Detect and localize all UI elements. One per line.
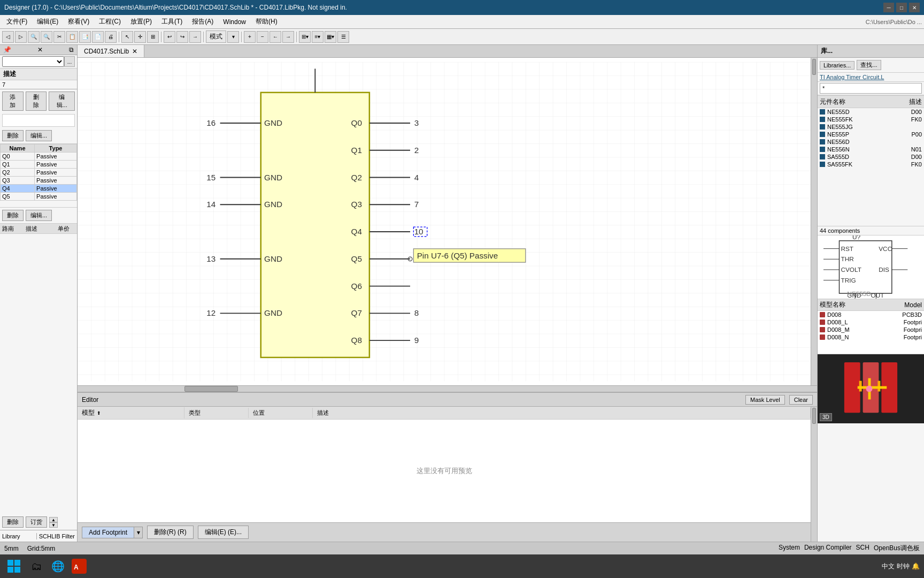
toolbar-select[interactable]: ↖ xyxy=(121,31,133,43)
menu-view[interactable]: 察看(V) xyxy=(64,16,94,27)
toolbar-btn-3[interactable]: 🔍 xyxy=(28,31,40,43)
toolbar-mode-arrow[interactable]: ▾ xyxy=(227,31,239,43)
toolbar-btn-9[interactable]: 🖨 xyxy=(105,31,117,43)
model-list-item[interactable]: D008PCB3D xyxy=(818,311,924,318)
libraries-btn[interactable]: Libraries... xyxy=(820,61,854,70)
edit-button-3[interactable]: 编辑... xyxy=(26,210,52,221)
start-button[interactable] xyxy=(4,557,24,576)
toolbar-grid[interactable]: ▦▾ xyxy=(325,31,336,43)
toolbar-arrow-r[interactable]: → xyxy=(282,31,294,43)
toolbar-btn-7[interactable]: 📑 xyxy=(79,31,91,43)
schematic-canvas[interactable]: GND 16 GND 15 GND 14 GND 13 xyxy=(78,58,811,385)
panel-close-icon[interactable]: ✕ xyxy=(37,46,43,54)
add-button[interactable]: 添加 xyxy=(2,92,24,111)
toolbar-btn-10[interactable]: ⊞ xyxy=(147,31,159,43)
toolbar-cross[interactable]: ✛ xyxy=(134,31,146,43)
menu-help[interactable]: 帮助(H) xyxy=(251,16,282,27)
menu-report[interactable]: 报告(A) xyxy=(188,16,218,27)
schematic-vscroll[interactable] xyxy=(811,58,817,385)
component-list-item[interactable]: SA555FKFK0 xyxy=(818,161,924,168)
toolbar-misc[interactable]: ☰ xyxy=(337,31,349,43)
browser-icon[interactable]: 🌐 xyxy=(49,558,66,575)
spinner-down[interactable]: ▼ xyxy=(49,522,58,528)
component-list-item[interactable]: NE555FKFK0 xyxy=(818,116,924,123)
component-list-item[interactable]: SA555DD00 xyxy=(818,153,924,161)
toolbar-fwd[interactable]: → xyxy=(189,31,201,43)
spinner-up[interactable]: ▲ xyxy=(49,517,58,522)
model-list-item[interactable]: D008_LFootpri xyxy=(818,318,924,326)
lib-label[interactable]: Library xyxy=(0,533,36,539)
model-list-item[interactable]: D008_MFootpri xyxy=(818,326,924,333)
edit-model-btn[interactable]: 编辑(E) (E)... xyxy=(198,526,249,539)
clear-btn[interactable]: Clear xyxy=(789,395,813,405)
pin-table-row[interactable]: Q5Passive xyxy=(1,193,77,201)
filter-label[interactable]: SCHLIB Filter xyxy=(36,533,77,539)
tab-close[interactable]: ✕ xyxy=(132,48,137,55)
toolbar-btn-6[interactable]: 📋 xyxy=(66,31,78,43)
menu-file[interactable]: 文件(F) xyxy=(2,16,32,27)
editor-vscroll[interactable] xyxy=(811,407,817,542)
delete-button-1[interactable]: 删除 xyxy=(26,92,47,111)
edit-button-1[interactable]: 编辑... xyxy=(49,92,75,111)
toolbar-wire[interactable]: ≡▾ xyxy=(312,31,324,43)
order-button[interactable]: 订货 xyxy=(26,516,47,528)
component-search-input[interactable] xyxy=(820,83,922,94)
menu-place[interactable]: 放置(P) xyxy=(126,16,156,27)
component-list-item[interactable]: NE555PP00 xyxy=(818,131,924,138)
toolbar-btn-5[interactable]: ✂ xyxy=(53,31,65,43)
menu-project[interactable]: 工程(C) xyxy=(95,16,125,27)
text-area-1[interactable] xyxy=(2,114,75,127)
toolbar-btn-4[interactable]: 🔍 xyxy=(41,31,52,43)
add-footprint-dropdown[interactable]: ▾ xyxy=(134,527,143,538)
toolbar-minus[interactable]: − xyxy=(257,31,268,43)
delete-model-btn[interactable]: 删除(R) (R) xyxy=(147,526,194,539)
sch-tab[interactable]: SCH xyxy=(856,544,869,553)
schematic-hscroll[interactable] xyxy=(78,385,817,392)
design-compiler-tab[interactable]: Design Compiler xyxy=(804,544,852,553)
pin-table-row[interactable]: Q4Passive xyxy=(1,185,77,193)
menu-window[interactable]: Window xyxy=(219,17,250,27)
component-list-item[interactable]: NE556D xyxy=(818,138,924,146)
edit-button-2[interactable]: 编辑... xyxy=(26,130,52,141)
file-explorer-icon[interactable]: 🗂 xyxy=(28,558,45,575)
toolbar-redo[interactable]: ↪ xyxy=(176,31,188,43)
mask-level-btn[interactable]: Mask Level xyxy=(745,395,785,405)
search-btn[interactable]: 查找... xyxy=(857,60,881,70)
pin-table-row[interactable]: Q0Passive xyxy=(1,153,77,161)
pin-table-row[interactable]: Q3Passive xyxy=(1,177,77,185)
openbus-tab[interactable]: OpenBus调色板 xyxy=(874,544,920,553)
toolbar-btn-8[interactable]: 📄 xyxy=(92,31,104,43)
component-dropdown[interactable] xyxy=(2,56,64,67)
maximize-button[interactable]: □ xyxy=(896,3,907,12)
model-list-item[interactable]: D008_NFootpri xyxy=(818,333,924,341)
delete-button-3[interactable]: 删除 xyxy=(2,210,24,221)
menu-edit[interactable]: 编辑(E) xyxy=(33,16,63,27)
component-browse-btn[interactable]: ... xyxy=(64,56,75,67)
toolbar-btn-1[interactable]: ◁ xyxy=(2,31,14,43)
h-scroll-thumb[interactable] xyxy=(184,386,238,392)
library-name[interactable]: TI Analog Timer Circuit.L xyxy=(818,73,924,82)
panel-undock-icon[interactable]: ⧉ xyxy=(69,46,74,54)
system-tab[interactable]: System xyxy=(779,544,800,553)
toolbar-plus[interactable]: + xyxy=(244,31,256,43)
toolbar-undo[interactable]: ↩ xyxy=(164,31,175,43)
scroll-thumb[interactable] xyxy=(812,59,816,75)
delete-button-2[interactable]: 删除 xyxy=(2,130,24,141)
menu-tools[interactable]: 工具(T) xyxy=(157,16,187,27)
add-footprint-btn[interactable]: Add Footprint xyxy=(82,527,134,538)
close-button[interactable]: ✕ xyxy=(909,3,920,12)
pin-table-row[interactable]: Q1Passive xyxy=(1,161,77,169)
minimize-button[interactable]: ─ xyxy=(883,3,894,12)
schlib-tab[interactable]: CD4017.SchLib ✕ xyxy=(78,45,144,57)
sort-icon[interactable]: ⬆ xyxy=(97,410,101,416)
toolbar-btn-2[interactable]: ▷ xyxy=(15,31,27,43)
altium-icon[interactable]: A xyxy=(71,558,88,575)
toolbar-arrow-l[interactable]: ← xyxy=(270,31,281,43)
delete-button-4[interactable]: 删除 xyxy=(2,516,24,528)
pin-table-row[interactable]: Q2Passive xyxy=(1,169,77,177)
toolbar-comp[interactable]: ⊞▾ xyxy=(299,31,311,43)
component-list-item[interactable]: NE555JG xyxy=(818,123,924,131)
editor-scroll-thumb[interactable] xyxy=(812,408,816,424)
component-list-item[interactable]: NE556NN01 xyxy=(818,146,924,153)
component-list-item[interactable]: NE555DD00 xyxy=(818,108,924,116)
